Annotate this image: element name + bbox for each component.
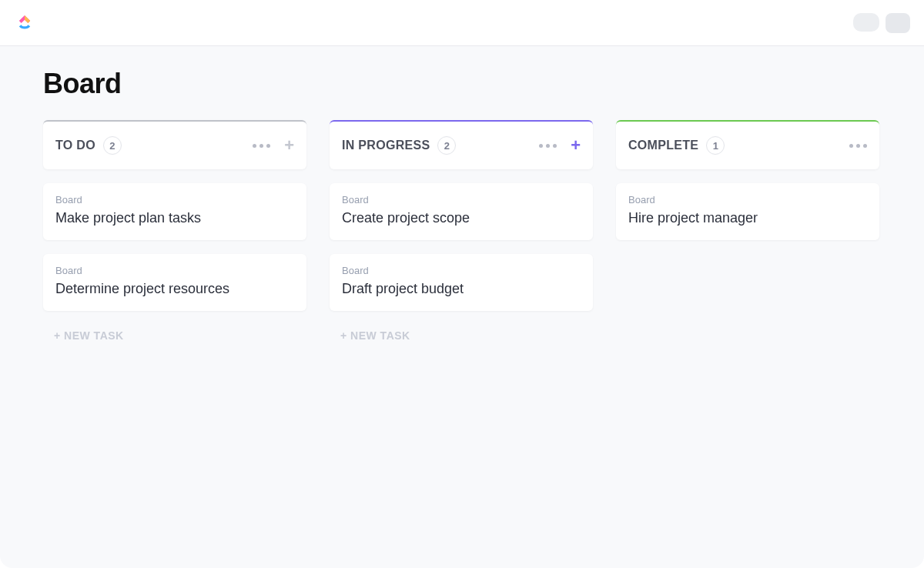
- column-title: TO DO: [55, 139, 95, 152]
- card-breadcrumb: Board: [55, 265, 294, 276]
- add-task-icon[interactable]: +: [284, 137, 294, 154]
- card-breadcrumb: Board: [342, 265, 581, 276]
- column-title: IN PROGRESS: [342, 139, 430, 152]
- new-task-button[interactable]: + NEW TASK: [43, 325, 306, 346]
- column-todo: TO DO 2 + Board Make project plan tasks …: [43, 120, 306, 346]
- card-title: Make project plan tasks: [55, 210, 294, 226]
- task-card[interactable]: Board Create project scope: [330, 183, 593, 240]
- task-card[interactable]: Board Draft project budget: [330, 254, 593, 311]
- app-window: Board TO DO 2 + Board Make project plan …: [0, 0, 924, 568]
- topbar-right: [853, 13, 910, 33]
- task-card[interactable]: Board Make project plan tasks: [43, 183, 306, 240]
- board: TO DO 2 + Board Make project plan tasks …: [43, 120, 881, 346]
- more-icon[interactable]: [539, 144, 557, 148]
- card-breadcrumb: Board: [55, 194, 294, 205]
- add-task-icon[interactable]: +: [571, 137, 581, 154]
- card-title: Draft project budget: [342, 281, 581, 297]
- page-title: Board: [43, 68, 881, 100]
- column-actions: [849, 144, 867, 148]
- column-count-badge: 2: [437, 136, 456, 155]
- more-icon[interactable]: [253, 144, 270, 148]
- card-title: Create project scope: [342, 210, 581, 226]
- task-card[interactable]: Board Hire project manager: [616, 183, 879, 240]
- column-actions: +: [253, 137, 294, 154]
- content-area: Board TO DO 2 + Board Make project plan …: [0, 46, 924, 568]
- topbar: [0, 0, 924, 46]
- more-icon[interactable]: [849, 144, 867, 148]
- card-breadcrumb: Board: [628, 194, 867, 205]
- column-count-badge: 2: [103, 136, 122, 155]
- column-title: COMPLETE: [628, 139, 698, 152]
- card-title: Hire project manager: [628, 210, 867, 226]
- task-card[interactable]: Board Determine project resources: [43, 254, 306, 311]
- app-logo[interactable]: [14, 12, 35, 34]
- column-header-complete: COMPLETE 1: [616, 120, 879, 169]
- clickup-logo-icon: [15, 13, 35, 33]
- column-count-badge: 1: [706, 136, 725, 155]
- card-breadcrumb: Board: [342, 194, 581, 205]
- column-actions: +: [539, 137, 581, 154]
- column-in-progress: IN PROGRESS 2 + Board Create project sco…: [330, 120, 593, 346]
- card-title: Determine project resources: [55, 281, 294, 297]
- column-complete: COMPLETE 1 Board Hire project manager: [616, 120, 879, 346]
- new-task-button[interactable]: + NEW TASK: [330, 325, 593, 346]
- column-header-in-progress: IN PROGRESS 2 +: [330, 120, 593, 169]
- column-header-todo: TO DO 2 +: [43, 120, 306, 169]
- topbar-placeholder-1[interactable]: [853, 13, 879, 32]
- topbar-placeholder-2[interactable]: [886, 13, 910, 33]
